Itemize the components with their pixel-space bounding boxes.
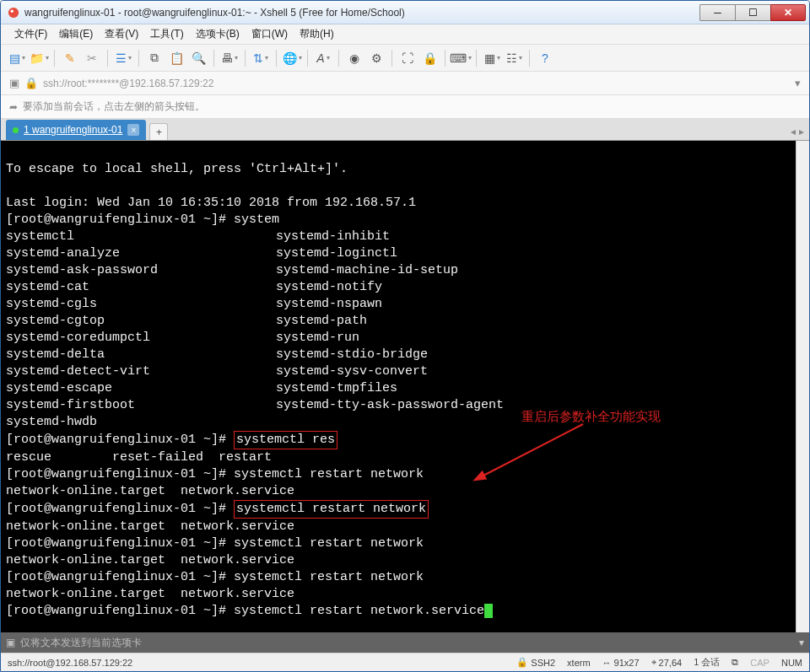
new-tab-button[interactable]: +: [149, 123, 168, 140]
svg-point-1: [11, 9, 14, 13]
print-button[interactable]: 🖶: [220, 49, 239, 67]
highlight-box-2: systemctl restart network: [234, 500, 429, 519]
menu-help[interactable]: 帮助(H): [294, 24, 339, 44]
history-dropdown-icon[interactable]: ▾: [795, 77, 801, 89]
status-dot-icon: [13, 127, 19, 133]
term-line: network-online.target network.service: [6, 587, 294, 601]
status-connection: ssh://root@192.168.57.129:22: [8, 658, 505, 668]
menu-window[interactable]: 窗口(W): [246, 24, 293, 44]
copy-button[interactable]: ⧉: [145, 49, 164, 67]
status-link-icon: ⧉: [732, 657, 738, 668]
session-manager-icon[interactable]: ▣: [9, 77, 19, 89]
term-line: systemd-ask-passwordsystemd-machine-id-s…: [6, 263, 458, 277]
svg-point-0: [8, 7, 19, 17]
svg-line-2: [482, 424, 583, 476]
add-session-icon[interactable]: ➦: [9, 101, 18, 113]
window-minimize-button[interactable]: ─: [699, 4, 735, 21]
menu-view[interactable]: 查看(V): [100, 24, 143, 44]
annotation-arrow-icon: [465, 419, 608, 487]
tab-session-1[interactable]: 1 wangruifenglinux-01 ×: [6, 120, 146, 140]
tab-prev-button[interactable]: ◂: [791, 126, 796, 137]
tab-next-button[interactable]: ▸: [799, 126, 804, 137]
transfer-button[interactable]: ⇅: [251, 49, 270, 67]
toolbar: ▤ 📁 ✎ ✂ ☰ ⧉ 📋 🔍 🖶 ⇅ 🌐 A ◉ ⚙ ⛶ 🔒 ⌨ ▦ ☷ ?: [1, 45, 809, 72]
script-button[interactable]: ⚙: [367, 49, 386, 67]
terminal-cursor: [484, 604, 493, 618]
app-icon: [8, 7, 19, 19]
view-button[interactable]: ☷: [505, 49, 523, 67]
tab-strip: 1 wangruifenglinux-01 × + ◂ ▸: [1, 119, 809, 141]
compose-icon[interactable]: ▣: [6, 637, 15, 648]
fullscreen-button[interactable]: ⛶: [398, 49, 417, 67]
term-line: network-online.target network.service: [6, 553, 294, 567]
open-button[interactable]: 📁: [30, 49, 48, 67]
term-line: systemd-analyzesystemd-loginctl: [6, 246, 397, 261]
term-line: systemd-coredumpctlsystemd-run: [6, 331, 359, 345]
cursor-pos-icon: ⌖: [651, 657, 656, 668]
properties-button[interactable]: ☰: [114, 49, 132, 67]
compose-dropdown-icon[interactable]: ▾: [799, 637, 804, 648]
status-size: ↔ 91x27: [602, 658, 640, 668]
compose-placeholder: 仅将文本发送到当前选项卡: [20, 636, 142, 650]
help-button[interactable]: ?: [536, 49, 554, 67]
term-line: [root@wangruifenglinux-01 ~]# systemctl …: [6, 433, 338, 447]
layout-button[interactable]: ▦: [483, 49, 501, 67]
window-titlebar: wangruifenglinux-01 - root@wangruifengli…: [1, 1, 809, 24]
highlight-box-1: systemctl res: [234, 431, 338, 449]
menu-tabs[interactable]: 选项卡(B): [191, 24, 245, 44]
terminal-scrollbar[interactable]: [796, 141, 809, 632]
term-line: [root@wangruifenglinux-01 ~]# systemctl …: [6, 502, 429, 516]
new-session-button[interactable]: ▤: [8, 49, 26, 67]
address-bar: ▣ 🔒 ssh://root:********@192.168.57.129:2…: [1, 72, 809, 95]
find-button[interactable]: 🔍: [189, 49, 208, 67]
tab-label: 1 wangruifenglinux-01: [24, 124, 122, 136]
terminal-output[interactable]: To escape to local shell, press 'Ctrl+Al…: [1, 141, 796, 632]
lock-icon: 🔒: [516, 657, 528, 668]
term-line: To escape to local shell, press 'Ctrl+Al…: [6, 162, 348, 176]
lock-button[interactable]: 🔒: [420, 49, 439, 67]
term-line: systemd-cglssystemd-nspawn: [6, 297, 382, 311]
term-line: systemd-escapesystemd-tmpfiles: [6, 381, 397, 395]
term-line: systemctlsystemd-inhibit: [6, 229, 390, 244]
reconnect-button[interactable]: ✎: [61, 49, 79, 67]
annotation-text: 重启后参数补全功能实现: [521, 408, 661, 425]
term-line: rescue reset-failed restart: [6, 450, 272, 465]
term-line: [root@wangruifenglinux-01 ~]# systemctl …: [6, 536, 424, 551]
status-num: NUM: [781, 658, 802, 668]
term-line: Last login: Wed Jan 10 16:35:10 2018 fro…: [6, 196, 416, 210]
paste-button[interactable]: 📋: [167, 49, 186, 67]
menu-file[interactable]: 文件(F): [9, 24, 52, 44]
tab-close-button[interactable]: ×: [127, 124, 139, 136]
status-pos: ⌖ 27,64: [651, 657, 683, 668]
window-maximize-button[interactable]: ☐: [735, 4, 770, 21]
disconnect-button[interactable]: ✂: [83, 49, 101, 67]
window-close-button[interactable]: ✕: [770, 4, 806, 21]
term-line: [root@wangruifenglinux-01 ~]# systemctl …: [6, 570, 424, 584]
size-icon: ↔: [602, 658, 612, 668]
compose-input[interactable]: [147, 636, 794, 649]
encode-button[interactable]: ◉: [345, 49, 364, 67]
status-sessions: 1 会话: [694, 656, 720, 669]
term-line: systemd-deltasystemd-stdio-bridge: [6, 347, 428, 362]
menu-edit[interactable]: 编辑(E): [54, 24, 98, 44]
status-ssh: 🔒SSH2: [516, 657, 555, 668]
term-line: systemd-cgtopsystemd-path: [6, 314, 367, 328]
term-line: [root@wangruifenglinux-01 ~]# system: [6, 212, 279, 227]
term-line: systemd-hwdb: [6, 415, 97, 429]
info-text: 要添加当前会话，点击左侧的箭头按钮。: [23, 99, 205, 114]
font-button[interactable]: A: [314, 49, 332, 67]
info-bar: ➦ 要添加当前会话，点击左侧的箭头按钮。: [1, 95, 809, 119]
term-line: systemd-detect-virtsystemd-sysv-convert: [6, 364, 428, 379]
web-button[interactable]: 🌐: [283, 49, 301, 67]
menubar: 文件(F) 编辑(E) 查看(V) 工具(T) 选项卡(B) 窗口(W) 帮助(…: [1, 24, 809, 45]
lock-icon: 🔒: [24, 77, 38, 89]
menu-tools[interactable]: 工具(T): [145, 24, 188, 44]
window-title: wangruifenglinux-01 - root@wangruifengli…: [24, 7, 699, 19]
term-line: network-online.target network.service: [6, 519, 294, 534]
address-input[interactable]: ssh://root:********@192.168.57.129:22: [43, 78, 790, 89]
term-line: [root@wangruifenglinux-01 ~]# systemctl …: [6, 604, 493, 618]
term-line: [root@wangruifenglinux-01 ~]# systemctl …: [6, 467, 424, 481]
keyboard-button[interactable]: ⌨: [451, 49, 470, 67]
status-bar: ssh://root@192.168.57.129:22 🔒SSH2 xterm…: [1, 653, 809, 671]
status-term: xterm: [567, 658, 591, 668]
